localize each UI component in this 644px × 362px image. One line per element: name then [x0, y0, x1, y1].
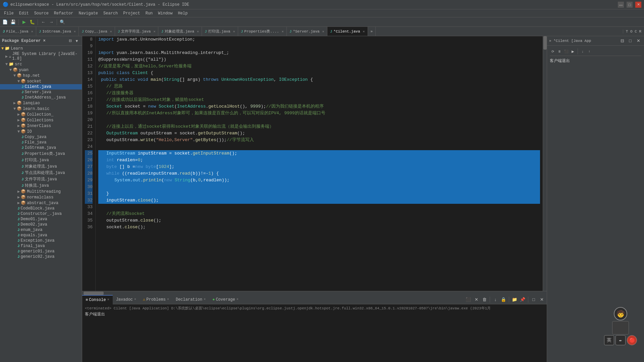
code-editor[interactable]: import java.net.UnknownHostException; im…: [96, 36, 543, 291]
tree-cilent-java[interactable]: J Cilent.java: [0, 84, 82, 89]
icon-widget-2[interactable]: ✒: [615, 335, 626, 345]
tree-iostream-java[interactable]: J IoStream.java: [0, 145, 82, 150]
sidebar-menu-btn[interactable]: ▼: [74, 38, 80, 44]
console-open-file-btn[interactable]: 📁: [511, 296, 518, 303]
sidebar-collapse-btn[interactable]: ⊟: [67, 38, 73, 44]
tree-codeblock-java[interactable]: J CodeBlock.java: [0, 206, 82, 211]
debug-button[interactable]: 🐛: [29, 18, 36, 26]
console-scroll-end-btn[interactable]: ↓: [492, 296, 499, 303]
coverage-tab-x[interactable]: ×: [236, 298, 238, 301]
menu-help[interactable]: Help: [175, 10, 191, 16]
menu-refactor[interactable]: Refactor: [51, 10, 76, 16]
tree-inetaddress-java[interactable]: J InetAddress_.java: [0, 95, 82, 100]
console-stop-btn[interactable]: ⬛: [465, 296, 472, 303]
close-button[interactable]: ✕: [635, 2, 641, 8]
forward-button[interactable]: →: [48, 18, 55, 26]
menu-project[interactable]: Project: [120, 10, 143, 16]
tab-console[interactable]: ■ Console ×: [82, 295, 113, 304]
rp-btn-4[interactable]: ▶: [570, 48, 576, 54]
tree-demo01-java[interactable]: J Demo01.java: [0, 217, 82, 222]
tree-demo02-java[interactable]: J Demo02.java: [0, 222, 82, 227]
minimize-button[interactable]: —: [618, 2, 624, 8]
tree-generic02-java[interactable]: J generic02.java: [0, 254, 82, 259]
menu-search[interactable]: Search: [101, 10, 120, 16]
menu-run[interactable]: Run: [143, 10, 156, 16]
menu-file[interactable]: File: [1, 10, 16, 16]
tree-server-java[interactable]: J Server.java: [0, 89, 82, 95]
menu-edit[interactable]: Edit: [16, 10, 32, 16]
icon-widget-3[interactable]: 🔴: [627, 335, 637, 345]
icon-widget-1[interactable]: 英: [604, 335, 614, 345]
tab-cilent-close[interactable]: ✕: [363, 29, 365, 34]
tree-convert-java[interactable]: J 转换流.java: [0, 182, 82, 189]
tab-props-close[interactable]: ✕: [282, 29, 284, 34]
tab-server-java[interactable]: J *Server.java ✕: [287, 27, 327, 36]
scrollbar-thumb[interactable]: [543, 36, 547, 50]
tab-print-java[interactable]: J 打印流.java ✕: [202, 27, 238, 36]
tree-collection-[interactable]: ▶ 📦 Collection_: [0, 112, 82, 117]
right-panel-maximize-btn[interactable]: □: [627, 37, 634, 45]
tree-print-java[interactable]: J 打印流.java: [0, 157, 82, 163]
menu-window[interactable]: Window: [155, 10, 175, 16]
tab-problems[interactable]: ⚠ Problems ×: [140, 295, 172, 304]
tree-exception-java[interactable]: J Exception.java: [0, 238, 82, 243]
editor-content[interactable]: 8 9 10 11 12 13 14 15 16 17 18 19 20 21 …: [82, 36, 547, 291]
tab-declaration[interactable]: Declaration ×: [172, 295, 209, 304]
tab-iostream-close[interactable]: ✕: [74, 29, 76, 34]
rp-btn-5[interactable]: ↓: [580, 48, 586, 54]
right-panel-minimize-btn[interactable]: ⊟: [619, 37, 626, 45]
tree-multithreading[interactable]: ▶ 📦 Multithreading: [0, 189, 82, 194]
tree-charstream-java[interactable]: J 文件字符流.java: [0, 176, 82, 182]
tree-copy-java[interactable]: J Copy_java: [0, 134, 82, 140]
problems-tab-x[interactable]: ×: [167, 298, 169, 301]
console-tab-x[interactable]: ×: [107, 298, 109, 302]
menu-navigate[interactable]: Navigate: [76, 10, 101, 16]
h-scrollbar-thumb[interactable]: [84, 292, 104, 295]
tab-charstream-close[interactable]: ✕: [153, 29, 155, 34]
save-button[interactable]: 💾: [9, 18, 17, 26]
maximize-button[interactable]: □: [627, 2, 633, 8]
tab-file-java-close[interactable]: ✕: [31, 29, 33, 34]
tree-generic01-java[interactable]: J generic01.java: [0, 249, 82, 254]
tree-objstream-java[interactable]: J 对象处理流.java: [0, 163, 82, 170]
run-button[interactable]: ▶: [20, 18, 28, 26]
tree-collections[interactable]: ▶ 📦 Collections: [0, 117, 82, 123]
rp-btn-1[interactable]: ⟳: [550, 48, 556, 54]
rp-btn-3[interactable]: ⬛: [563, 48, 569, 54]
tree-hspnet[interactable]: ▼ 📦 hsp.net: [0, 73, 82, 78]
tree-file-java[interactable]: J File_java: [0, 140, 82, 145]
rp-btn-2[interactable]: ⏸: [556, 48, 562, 54]
new-button[interactable]: 📄: [1, 18, 9, 26]
horizontal-scrollbar[interactable]: [82, 291, 547, 295]
tab-charstream-java[interactable]: J 文件字符流.java ✕: [115, 27, 159, 36]
tree-lanqiao[interactable]: ▶ 📦 lanqiao: [0, 100, 82, 106]
tree-abstract[interactable]: ▶ 📦 abstract_java: [0, 200, 82, 206]
tab-javadoc[interactable]: Javadoc ×: [113, 295, 140, 304]
tree-src[interactable]: ▼ 📁 src: [0, 61, 82, 67]
tree-props-java[interactable]: J Properties类.java: [0, 150, 82, 157]
console-scroll-lock-btn[interactable]: 🔒: [500, 296, 507, 303]
declaration-tab-x[interactable]: ×: [204, 298, 206, 301]
tab-props-java[interactable]: J Properties类.... ✕: [238, 27, 287, 36]
back-button[interactable]: ←: [40, 18, 47, 26]
tree-innerclass[interactable]: ▶ 📦 InnerClass: [0, 123, 82, 129]
rp-btn-6[interactable]: ↑: [586, 48, 592, 54]
tree-constructor-java[interactable]: J Constructor_.java: [0, 211, 82, 217]
search-button[interactable]: 🔍: [59, 18, 66, 26]
tab-coverage[interactable]: ● Coverage ×: [209, 295, 242, 304]
tab-print-close[interactable]: ✕: [233, 29, 235, 34]
bottom-close-btn[interactable]: ✕: [538, 296, 545, 303]
tab-iostream-java[interactable]: J IoStream.java ✕: [36, 27, 79, 36]
right-panel-close-btn[interactable]: ✕: [635, 37, 642, 45]
tab-server-close[interactable]: ✕: [322, 29, 324, 34]
console-remove-btn[interactable]: 🗑: [481, 296, 488, 303]
menu-source[interactable]: Source: [32, 10, 51, 16]
tab-objstream-close[interactable]: ✕: [197, 29, 199, 34]
tree-learn[interactable]: ▼ 📁 Learn: [0, 46, 82, 51]
tab-copy-close[interactable]: ✕: [110, 29, 112, 34]
tree-socket[interactable]: ▼ 📦 socket: [0, 78, 82, 84]
console-terminate-btn[interactable]: ✕: [473, 296, 480, 303]
tree-equals-java[interactable]: J equals.java: [0, 233, 82, 238]
javadoc-tab-x[interactable]: ×: [134, 298, 136, 301]
tree-nodestream-java[interactable]: J 节点流和处理流.java: [0, 170, 82, 176]
